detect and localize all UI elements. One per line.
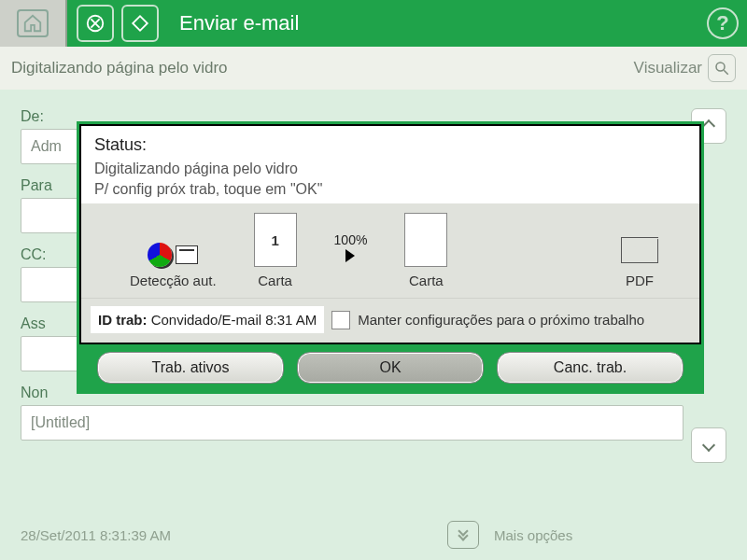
stop-button[interactable] [77,5,114,42]
status-dialog: Status: Digitalizando página pelo vidro … [77,121,704,394]
start-button[interactable] [121,5,159,42]
home-button[interactable] [0,0,67,47]
preview-label: Visualizar [634,59,702,77]
preview-button[interactable]: Visualizar [634,54,736,82]
status-heading: Status: [94,135,686,155]
stop-icon [85,13,106,34]
color-wheel-icon [148,243,172,267]
source-page-icon: 1 [254,213,297,267]
document-icon [176,245,198,264]
active-jobs-button[interactable]: Trab. ativos [97,352,284,384]
svg-point-4 [716,63,725,71]
job-id-value: Convidado/E-mail 8:31 AM [151,312,317,328]
arrow-right-icon [345,249,355,262]
scroll-down-button[interactable] [691,427,726,463]
more-options-label: Mais opções [494,527,572,543]
progress-percent: 100% [334,232,368,247]
keep-settings-checkbox[interactable] [331,311,350,329]
status-line-1: Digitalizando página pelo vidro [94,161,686,177]
svg-rect-3 [133,16,148,31]
dest-paper-label: Carta [409,273,444,288]
chevron-double-down-icon [459,530,467,539]
keep-settings-label: Manter configurações para o próximo trab… [358,312,644,328]
cancel-job-button[interactable]: Canc. trab. [497,352,684,384]
status-line-2: P/ config próx trab, toque em "OK" [94,181,686,198]
chevron-down-icon [702,439,715,452]
dest-page-icon [404,213,447,267]
filename-field[interactable]: [Untitled] [21,405,684,441]
svg-line-5 [724,70,728,75]
help-button[interactable]: ? [707,7,739,39]
chevron-up-icon [702,119,715,133]
job-id-label: ID trab: [98,312,148,328]
status-text: Digitalizando página pelo vidro [11,59,228,77]
timestamp: 28/Set/2011 8:31:39 AM [21,527,171,543]
source-paper-label: Carta [258,273,292,288]
page-title: Enviar e-mail [179,11,299,35]
home-icon [17,9,49,37]
more-options-button[interactable] [447,521,479,549]
ok-button[interactable]: OK [297,352,484,384]
detect-label: Detecção aut. [130,273,217,288]
diamond-icon [130,13,150,34]
magnifier-icon [708,54,736,82]
envelope-icon [621,237,658,263]
output-format-label: PDF [626,273,654,288]
